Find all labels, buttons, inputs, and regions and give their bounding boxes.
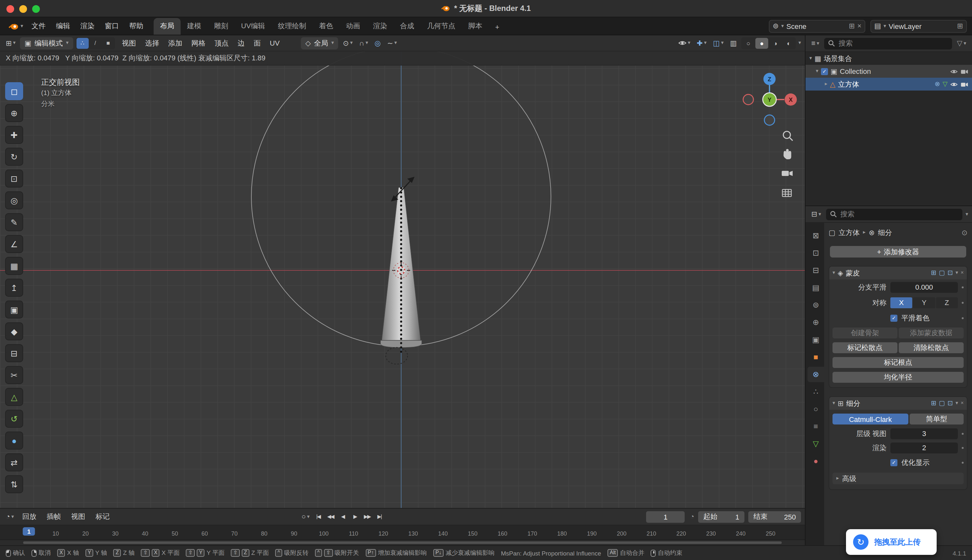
workspace-add-button[interactable]: + (489, 20, 506, 35)
new-scene-icon[interactable]: ⊞ (849, 22, 855, 30)
topbar-menu[interactable]: 窗口 (100, 21, 124, 31)
timeline-menu[interactable]: 标记 (90, 512, 115, 522)
pan-hand-button[interactable] (784, 149, 791, 159)
animate-dot[interactable] (962, 447, 964, 448)
scene-name[interactable]: Scene (786, 22, 846, 30)
skin-modifier-header[interactable]: ▾ ◈ 蒙皮 ⊞ ▢ ⊡ ▾ × (829, 267, 967, 279)
wireframe-shading-button[interactable]: ○ (742, 38, 755, 48)
workspace-tab[interactable]: 着色 (313, 18, 340, 35)
viewport-menu[interactable]: UV (265, 39, 284, 47)
blender-menu-button[interactable]: ▾ (5, 22, 26, 30)
playback-play[interactable]: ▶ (350, 511, 360, 522)
add-skin-data-button[interactable]: 添加蒙皮数据 (899, 328, 964, 338)
subdivision-simple-button[interactable]: 简单型 (910, 413, 964, 425)
workspace-tab[interactable]: UV编辑 (235, 18, 272, 35)
close-modifier-icon[interactable]: × (961, 270, 964, 275)
properties-tab-modifiers[interactable]: ⊗ (807, 367, 824, 382)
frame-ruler[interactable]: 1 10203040506070809010011012013014015016… (0, 525, 805, 540)
tool-rotate[interactable]: ↻ (5, 148, 23, 166)
view-layer-name[interactable]: ViewLayer (889, 22, 955, 30)
workspace-tab[interactable]: 布局 (154, 18, 181, 35)
viewport-menu[interactable]: 面 (249, 38, 265, 48)
breadcrumb-modifier[interactable]: 细分 (878, 228, 892, 237)
properties-tab-view-layer[interactable]: ▤ (807, 280, 824, 295)
mesh-data-icon[interactable]: ▽ (943, 81, 948, 87)
workspace-tab[interactable]: 纹理绘制 (272, 18, 313, 35)
animate-dot[interactable] (962, 462, 964, 463)
tool-cursor[interactable]: ⊕ (5, 104, 23, 122)
timeline-menu[interactable]: 视图 (66, 512, 90, 522)
frame-end-field[interactable]: 结束 250 (748, 511, 801, 522)
viewport[interactable]: Z X Y X 向缩放: 0 (0, 52, 805, 508)
viewport-menu[interactable]: 视图 (117, 38, 141, 48)
material-shading-button[interactable]: ◑ (769, 38, 782, 48)
mesh-object[interactable] (381, 188, 422, 347)
viewport-menu[interactable]: 顶点 (210, 38, 233, 48)
properties-tab-world[interactable]: ⊕ (807, 315, 824, 330)
viewport-editor-type-button[interactable]: ⊞ ▾ (4, 37, 17, 49)
ortho-grid-button[interactable] (782, 190, 791, 197)
tool-extrude-region[interactable]: ↥ (5, 279, 23, 297)
workspace-tab[interactable]: 动画 (340, 18, 367, 35)
smooth-shading-checkbox[interactable]: ✓ (890, 314, 897, 322)
advanced-subpanel-header[interactable]: ▸ 高级 (833, 473, 964, 484)
timeline-menu[interactable]: 回放 (17, 512, 42, 522)
outliner-editor-type-button[interactable]: ≡ ▾ (809, 37, 821, 50)
object-visibility-dropdown[interactable]: ▾ (676, 37, 693, 49)
hide-eye-icon[interactable] (950, 81, 958, 87)
topbar-menu[interactable]: 帮助 (124, 21, 149, 31)
outliner-search-input[interactable]: 搜索 (825, 38, 952, 49)
playback-jump-to-prev-keyframe[interactable]: ◀◀ (325, 511, 336, 522)
properties-tab-object[interactable]: ■ (807, 349, 824, 365)
animate-dot[interactable] (962, 433, 964, 435)
properties-tab-tool[interactable]: ⊠ (807, 228, 824, 243)
equalize-radii-button[interactable]: 均化半径 (833, 372, 964, 383)
properties-tab-output[interactable]: ⊟ (807, 263, 824, 278)
mode-dropdown[interactable]: ▣ 编辑模式 ▾ (20, 37, 73, 49)
playback-jump-to-start[interactable]: |◀ (313, 511, 324, 522)
expand-icon[interactable]: ▾ (809, 56, 812, 61)
branch-smoothing-field[interactable]: 0.000 (890, 282, 958, 293)
proportional-editing-toggle[interactable]: ◎ (373, 37, 383, 49)
tool-select-box[interactable]: ◻ (5, 82, 23, 100)
animate-dot[interactable] (962, 317, 964, 319)
viewport-menu[interactable]: 边 (233, 38, 249, 48)
subdivision-catmull-clark-button[interactable]: Catmull-Clark (833, 413, 908, 425)
timeline-scrollbar[interactable] (0, 540, 805, 545)
tool-scale[interactable]: ⊡ (5, 170, 23, 188)
proportional-falloff-dropdown[interactable]: ∼ ▾ (385, 37, 398, 49)
frame-start-field[interactable]: 起始 1 (698, 511, 744, 522)
tool-move[interactable]: ✚ (5, 126, 23, 144)
breadcrumb-object[interactable]: 立方体 (838, 228, 860, 237)
pin-icon[interactable]: ⊙ (962, 229, 967, 236)
workspace-tab[interactable]: 合成 (394, 18, 421, 35)
properties-tab-object-data[interactable]: ▽ (807, 436, 824, 452)
axis-z-negative-handle[interactable] (765, 115, 775, 125)
edit-mode-display-toggle[interactable]: ⊞ (931, 270, 936, 276)
tool-measure[interactable]: ∠ (5, 235, 23, 253)
expand-icon[interactable]: ▾ (833, 270, 835, 275)
tool-bevel[interactable]: ◆ (5, 322, 23, 340)
animate-dot[interactable] (962, 302, 964, 303)
viewport-menu[interactable]: 添加 (164, 38, 187, 48)
levels-viewport-field[interactable]: 3 (890, 428, 958, 439)
outliner-row-cube[interactable]: ▸ △ 立方体 ⊗ ▽ (805, 78, 972, 90)
realtime-display-toggle[interactable]: ▢ (939, 270, 945, 276)
workspace-tab[interactable]: 建模 (181, 18, 207, 35)
playback-jump-to-next-keyframe[interactable]: ▶▶ (361, 511, 373, 522)
clear-loose-button[interactable]: 清除松散点 (899, 342, 964, 353)
properties-tab-physics[interactable]: ○ (807, 402, 824, 417)
camera-view-button[interactable] (782, 171, 793, 176)
playback-jump-to-end[interactable]: ▶| (374, 511, 385, 522)
create-armature-button[interactable]: 创建骨架 (833, 328, 897, 338)
properties-options-icon[interactable]: ▾ (965, 212, 968, 217)
tool-add-cube[interactable]: ▦ (5, 257, 23, 275)
topbar-menu[interactable]: 渲染 (75, 21, 100, 31)
workspace-tab[interactable]: 脚本 (462, 18, 489, 35)
expand-icon[interactable]: ▾ (816, 69, 818, 74)
playback-sync-dropdown[interactable]: ○ ▾ (299, 510, 311, 523)
axis-x-negative-handle[interactable] (743, 94, 753, 105)
transform-orientation-dropdown[interactable]: ◇ 全局 ▾ (301, 37, 338, 49)
modifier-extras-icon[interactable]: ▾ (955, 270, 958, 275)
outliner-row-collection[interactable]: ▾ ✓ ▣ Collection (805, 65, 972, 78)
